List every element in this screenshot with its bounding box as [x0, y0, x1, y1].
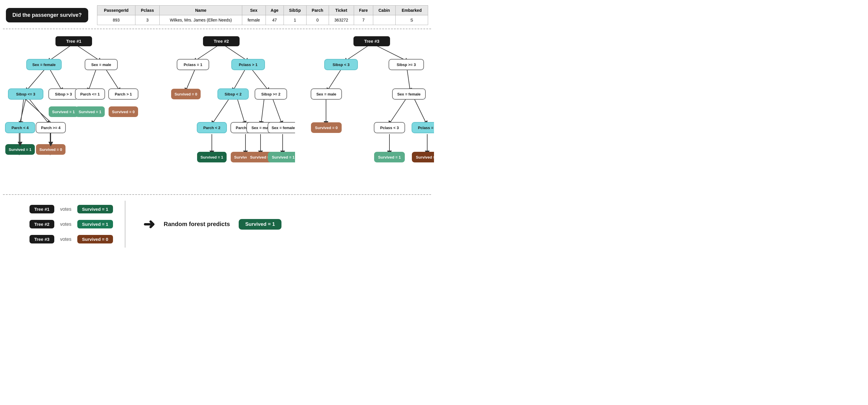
cell-cabin [373, 15, 395, 25]
tree2-sibsp-lt2: Sibsp < 2 [224, 92, 241, 96]
tree2-votes-text: votes [60, 222, 71, 227]
tree1-container: Tree #1 Sex = female Sex = male Sibsp <=… [3, 35, 145, 188]
tree2-survived0-pclass1: Survived = 0 [175, 92, 197, 96]
svg-line-24 [20, 99, 26, 122]
cell-age: 47 [266, 15, 283, 25]
voting-section: Tree #1 votes Survived = 1 Tree #2 votes… [0, 195, 434, 254]
svg-line-4 [89, 70, 96, 91]
svg-line-32 [252, 70, 269, 91]
col-name: Name [160, 6, 242, 15]
col-passengerid: PassengerId [97, 6, 135, 15]
cell-sex: female [242, 15, 266, 25]
vote-row-1: Tree #1 votes Survived = 1 [30, 205, 113, 213]
svg-line-57 [328, 70, 341, 91]
tree3-sex-male: Sex = male [316, 92, 336, 96]
col-age: Age [266, 6, 283, 15]
tree2-sex-female: Sex = female [272, 126, 295, 130]
tree2-result-badge: Survived = 1 [77, 220, 113, 229]
header-section: Did the passenger survive? PassengerId P… [0, 0, 434, 29]
svg-line-6 [21, 99, 24, 124]
tree2-svg: Tree #2 Pclass = 1 Survived = 0 Pclass >… [148, 35, 295, 188]
svg-line-5 [106, 70, 120, 91]
svg-line-60 [390, 99, 406, 124]
tree2-sibsp-ge2: Sibsp >= 2 [261, 92, 280, 96]
svg-line-34 [238, 99, 245, 124]
tree1-survived1-parch1: Survived = 1 [79, 110, 101, 114]
tree2-survived1-parch2: Survived = 1 [200, 155, 223, 160]
cell-passengerid: 893 [97, 15, 135, 25]
svg-line-33 [212, 99, 229, 124]
tree1-parch-lt4: Parch < 4 [11, 126, 29, 130]
svg-line-2 [27, 70, 44, 91]
tree3-container: Tree #3 Sibsp < 3 Sibsp >= 3 Sex = male … [298, 35, 434, 188]
tree1-root-label: Tree #1 [66, 39, 82, 44]
tree1-survived1-final: Survived = 1 [9, 147, 32, 152]
tree1-sex-female: Sex = female [32, 63, 56, 67]
cell-pclass: 3 [135, 15, 159, 25]
table-row: 893 3 Wilkes, Mrs. James (Ellen Needs) f… [97, 15, 428, 25]
tree3-vote-label: Tree #3 [30, 235, 54, 243]
cell-sibsp: 1 [283, 15, 306, 25]
col-sex: Sex [242, 6, 266, 15]
tree1-vote-label: Tree #1 [30, 205, 54, 213]
col-sibsp: SibSp [283, 6, 306, 15]
svg-line-25 [26, 99, 51, 122]
svg-line-30 [186, 70, 195, 91]
tree3-sibsp-ge3: Sibsp >= 3 [397, 63, 416, 67]
tree3-survived0-male: Survived = 0 [315, 126, 338, 130]
forest-result: ➜ Random forest predicts Survived = 1 [125, 198, 299, 250]
forest-result-badge: Survived = 1 [239, 219, 281, 230]
tree3-result-badge: Survived = 0 [77, 235, 113, 243]
col-ticket: Ticket [329, 6, 354, 15]
tree2-parch-lt2: Parch < 2 [203, 126, 220, 130]
tree1-survived1-sibsp3: Survived = 1 [52, 110, 75, 114]
tree1-parch-gt1: Parch > 1 [115, 92, 132, 96]
svg-line-35 [261, 99, 264, 124]
svg-line-3 [50, 70, 62, 91]
tree3-svg: Tree #3 Sibsp < 3 Sibsp >= 3 Sex = male … [298, 35, 434, 188]
col-embarked: Embarked [395, 6, 428, 15]
tree1-survived0-parch1: Survived = 0 [112, 110, 135, 114]
tree3-survived1-pclass: Survived = 1 [378, 155, 401, 160]
tree1-svg: Tree #1 Sex = female Sex = male Sibsp <=… [3, 35, 145, 188]
tree1-votes-text: votes [60, 207, 71, 212]
tree1-parch-le1: Parch <= 1 [80, 92, 100, 96]
tree3-pclass-eq3: Pclass = 3 [418, 126, 434, 130]
arrow-icon: ➜ [143, 217, 155, 231]
tree2-root-label: Tree #2 [214, 39, 229, 44]
svg-line-36 [273, 99, 282, 124]
col-cabin: Cabin [373, 6, 395, 15]
trees-section: Tree #1 Sex = female Sex = male Sibsp <=… [0, 29, 434, 194]
tree1-sex-male: Sex = male [91, 63, 111, 67]
col-pclass: Pclass [135, 6, 159, 15]
cell-fare: 7 [354, 15, 373, 25]
tree3-sibsp-lt3: Sibsp < 3 [333, 63, 349, 67]
forest-label: Random forest predicts [164, 221, 230, 228]
vote-row-3: Tree #3 votes Survived = 0 [30, 235, 113, 243]
tree2-pclass1: Pclass = 1 [184, 63, 202, 67]
passenger-table: PassengerId Pclass Name Sex Age SibSp Pa… [97, 5, 428, 25]
votes-list: Tree #1 votes Survived = 1 Tree #2 votes… [18, 198, 125, 250]
tree2-survived1-female: Survived = 1 [272, 155, 295, 160]
svg-line-31 [233, 70, 245, 91]
tree3-pclass-lt3: Pclass < 3 [380, 126, 399, 130]
question-badge: Did the passenger survive? [6, 8, 88, 23]
cell-ticket: 363272 [329, 15, 354, 25]
tree3-survived0-pclass3: Survived = 0 [416, 155, 434, 160]
col-parch: Parch [306, 6, 329, 15]
cell-embarked: S [395, 15, 428, 25]
col-fare: Fare [354, 6, 373, 15]
tree1-sibsp-le3: Sibsp <= 3 [16, 92, 35, 96]
cell-parch: 0 [306, 15, 329, 25]
tree1-survived0-final: Survived = 0 [39, 147, 62, 152]
tree3-root-label: Tree #3 [364, 39, 379, 44]
tree2-pclass-gt1: Pclass > 1 [239, 63, 257, 67]
svg-line-61 [414, 99, 426, 124]
tree3-sex-female: Sex = female [397, 92, 421, 96]
cell-name: Wilkes, Mrs. James (Ellen Needs) [160, 15, 242, 25]
tree2-container: Tree #2 Pclass = 1 Survived = 0 Pclass >… [148, 35, 295, 188]
tree2-vote-label: Tree #2 [30, 220, 54, 229]
tree1-parch-ge4: Parch >= 4 [41, 126, 61, 130]
tree1-sibsp-gt3: Sibsp > 3 [55, 92, 72, 96]
vote-row-2: Tree #2 votes Survived = 1 [30, 220, 113, 229]
